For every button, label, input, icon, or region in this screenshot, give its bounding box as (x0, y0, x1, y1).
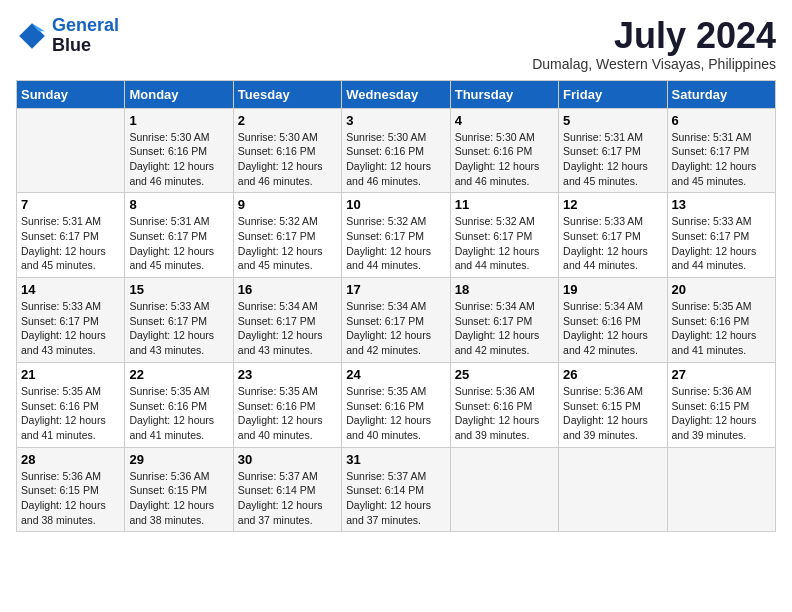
calendar-cell: 12Sunrise: 5:33 AMSunset: 6:17 PMDayligh… (559, 193, 667, 278)
calendar-cell: 18Sunrise: 5:34 AMSunset: 6:17 PMDayligh… (450, 278, 558, 363)
calendar-cell: 16Sunrise: 5:34 AMSunset: 6:17 PMDayligh… (233, 278, 341, 363)
header-cell-saturday: Saturday (667, 80, 775, 108)
day-number: 13 (672, 197, 771, 212)
day-number: 24 (346, 367, 445, 382)
calendar-cell: 15Sunrise: 5:33 AMSunset: 6:17 PMDayligh… (125, 278, 233, 363)
day-number: 28 (21, 452, 120, 467)
day-number: 22 (129, 367, 228, 382)
day-info: Sunrise: 5:33 AMSunset: 6:17 PMDaylight:… (21, 299, 120, 358)
day-number: 11 (455, 197, 554, 212)
day-number: 29 (129, 452, 228, 467)
day-info: Sunrise: 5:33 AMSunset: 6:17 PMDaylight:… (129, 299, 228, 358)
calendar-cell: 5Sunrise: 5:31 AMSunset: 6:17 PMDaylight… (559, 108, 667, 193)
day-info: Sunrise: 5:35 AMSunset: 6:16 PMDaylight:… (672, 299, 771, 358)
day-info: Sunrise: 5:35 AMSunset: 6:16 PMDaylight:… (21, 384, 120, 443)
logo: General Blue (16, 16, 119, 56)
day-info: Sunrise: 5:33 AMSunset: 6:17 PMDaylight:… (563, 214, 662, 273)
logo-icon (16, 20, 48, 52)
day-info: Sunrise: 5:34 AMSunset: 6:16 PMDaylight:… (563, 299, 662, 358)
day-info: Sunrise: 5:36 AMSunset: 6:15 PMDaylight:… (672, 384, 771, 443)
day-number: 5 (563, 113, 662, 128)
calendar-cell: 17Sunrise: 5:34 AMSunset: 6:17 PMDayligh… (342, 278, 450, 363)
day-number: 4 (455, 113, 554, 128)
day-info: Sunrise: 5:37 AMSunset: 6:14 PMDaylight:… (346, 469, 445, 528)
calendar-cell: 9Sunrise: 5:32 AMSunset: 6:17 PMDaylight… (233, 193, 341, 278)
day-number: 21 (21, 367, 120, 382)
logo-line2: Blue (52, 36, 119, 56)
day-info: Sunrise: 5:33 AMSunset: 6:17 PMDaylight:… (672, 214, 771, 273)
calendar-cell: 10Sunrise: 5:32 AMSunset: 6:17 PMDayligh… (342, 193, 450, 278)
day-number: 19 (563, 282, 662, 297)
day-number: 12 (563, 197, 662, 212)
day-info: Sunrise: 5:34 AMSunset: 6:17 PMDaylight:… (455, 299, 554, 358)
day-info: Sunrise: 5:32 AMSunset: 6:17 PMDaylight:… (455, 214, 554, 273)
calendar-cell: 28Sunrise: 5:36 AMSunset: 6:15 PMDayligh… (17, 447, 125, 532)
calendar-cell: 1Sunrise: 5:30 AMSunset: 6:16 PMDaylight… (125, 108, 233, 193)
day-info: Sunrise: 5:30 AMSunset: 6:16 PMDaylight:… (346, 130, 445, 189)
month-year-title: July 2024 (532, 16, 776, 56)
calendar-cell: 29Sunrise: 5:36 AMSunset: 6:15 PMDayligh… (125, 447, 233, 532)
day-number: 7 (21, 197, 120, 212)
day-number: 23 (238, 367, 337, 382)
day-number: 31 (346, 452, 445, 467)
calendar-cell (17, 108, 125, 193)
header-cell-monday: Monday (125, 80, 233, 108)
calendar-cell: 21Sunrise: 5:35 AMSunset: 6:16 PMDayligh… (17, 362, 125, 447)
calendar-body: 1Sunrise: 5:30 AMSunset: 6:16 PMDaylight… (17, 108, 776, 532)
week-row-5: 28Sunrise: 5:36 AMSunset: 6:15 PMDayligh… (17, 447, 776, 532)
day-info: Sunrise: 5:36 AMSunset: 6:15 PMDaylight:… (21, 469, 120, 528)
day-info: Sunrise: 5:31 AMSunset: 6:17 PMDaylight:… (129, 214, 228, 273)
day-info: Sunrise: 5:36 AMSunset: 6:15 PMDaylight:… (563, 384, 662, 443)
day-number: 16 (238, 282, 337, 297)
calendar-cell: 6Sunrise: 5:31 AMSunset: 6:17 PMDaylight… (667, 108, 775, 193)
calendar-cell (450, 447, 558, 532)
day-info: Sunrise: 5:34 AMSunset: 6:17 PMDaylight:… (238, 299, 337, 358)
week-row-4: 21Sunrise: 5:35 AMSunset: 6:16 PMDayligh… (17, 362, 776, 447)
day-info: Sunrise: 5:31 AMSunset: 6:17 PMDaylight:… (563, 130, 662, 189)
day-number: 10 (346, 197, 445, 212)
day-number: 3 (346, 113, 445, 128)
header-cell-tuesday: Tuesday (233, 80, 341, 108)
calendar-cell: 14Sunrise: 5:33 AMSunset: 6:17 PMDayligh… (17, 278, 125, 363)
header-cell-thursday: Thursday (450, 80, 558, 108)
day-number: 1 (129, 113, 228, 128)
header-cell-friday: Friday (559, 80, 667, 108)
day-number: 27 (672, 367, 771, 382)
calendar-cell: 3Sunrise: 5:30 AMSunset: 6:16 PMDaylight… (342, 108, 450, 193)
day-info: Sunrise: 5:31 AMSunset: 6:17 PMDaylight:… (21, 214, 120, 273)
day-number: 9 (238, 197, 337, 212)
calendar-cell (559, 447, 667, 532)
day-number: 17 (346, 282, 445, 297)
header-cell-wednesday: Wednesday (342, 80, 450, 108)
day-info: Sunrise: 5:30 AMSunset: 6:16 PMDaylight:… (455, 130, 554, 189)
day-number: 14 (21, 282, 120, 297)
logo-text: General Blue (52, 16, 119, 56)
day-info: Sunrise: 5:36 AMSunset: 6:15 PMDaylight:… (129, 469, 228, 528)
calendar-cell (667, 447, 775, 532)
calendar-header: SundayMondayTuesdayWednesdayThursdayFrid… (17, 80, 776, 108)
week-row-1: 1Sunrise: 5:30 AMSunset: 6:16 PMDaylight… (17, 108, 776, 193)
svg-marker-0 (19, 23, 45, 49)
calendar-cell: 22Sunrise: 5:35 AMSunset: 6:16 PMDayligh… (125, 362, 233, 447)
calendar-cell: 19Sunrise: 5:34 AMSunset: 6:16 PMDayligh… (559, 278, 667, 363)
day-info: Sunrise: 5:35 AMSunset: 6:16 PMDaylight:… (238, 384, 337, 443)
calendar-cell: 26Sunrise: 5:36 AMSunset: 6:15 PMDayligh… (559, 362, 667, 447)
calendar-table: SundayMondayTuesdayWednesdayThursdayFrid… (16, 80, 776, 533)
day-info: Sunrise: 5:35 AMSunset: 6:16 PMDaylight:… (129, 384, 228, 443)
header-row: SundayMondayTuesdayWednesdayThursdayFrid… (17, 80, 776, 108)
logo-line1: General (52, 15, 119, 35)
page-header: General Blue July 2024 Dumalag, Western … (16, 16, 776, 72)
header-cell-sunday: Sunday (17, 80, 125, 108)
week-row-2: 7Sunrise: 5:31 AMSunset: 6:17 PMDaylight… (17, 193, 776, 278)
location-text: Dumalag, Western Visayas, Philippines (532, 56, 776, 72)
day-number: 25 (455, 367, 554, 382)
calendar-cell: 2Sunrise: 5:30 AMSunset: 6:16 PMDaylight… (233, 108, 341, 193)
day-info: Sunrise: 5:37 AMSunset: 6:14 PMDaylight:… (238, 469, 337, 528)
day-info: Sunrise: 5:35 AMSunset: 6:16 PMDaylight:… (346, 384, 445, 443)
calendar-cell: 31Sunrise: 5:37 AMSunset: 6:14 PMDayligh… (342, 447, 450, 532)
calendar-cell: 8Sunrise: 5:31 AMSunset: 6:17 PMDaylight… (125, 193, 233, 278)
day-number: 6 (672, 113, 771, 128)
day-info: Sunrise: 5:36 AMSunset: 6:16 PMDaylight:… (455, 384, 554, 443)
day-info: Sunrise: 5:30 AMSunset: 6:16 PMDaylight:… (129, 130, 228, 189)
title-section: July 2024 Dumalag, Western Visayas, Phil… (532, 16, 776, 72)
